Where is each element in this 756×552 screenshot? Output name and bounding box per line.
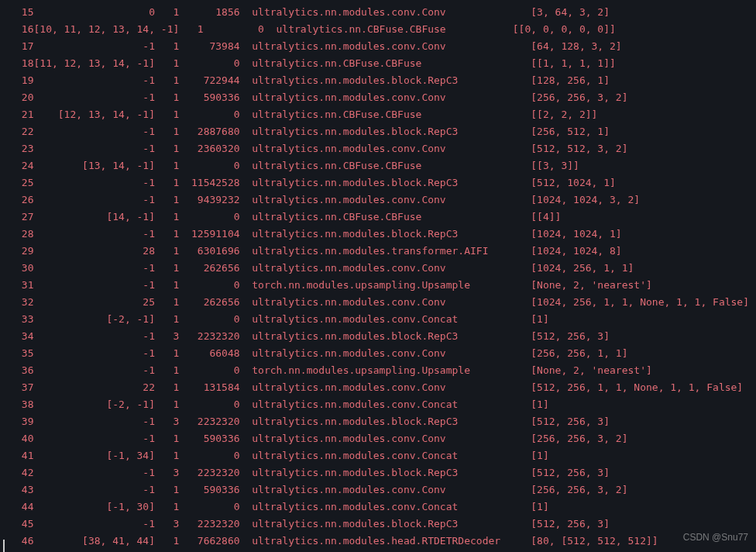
log-row: 23 -1 1 2360320 ultralytics.nn.modules.c… — [0, 140, 756, 157]
log-row: 39 -1 3 2232320 ultralytics.nn.modules.b… — [0, 413, 756, 430]
watermark: CSDN @Snu77 — [683, 529, 748, 546]
log-row: 20 -1 1 590336 ultralytics.nn.modules.co… — [0, 89, 756, 106]
log-row: 21 [12, 13, 14, -1] 1 0 ultralytics.nn.C… — [0, 106, 756, 123]
log-row: 26 -1 1 9439232 ultralytics.nn.modules.c… — [0, 191, 756, 209]
log-row: 43 -1 1 590336 ultralytics.nn.modules.co… — [0, 481, 756, 499]
log-row: 45 -1 3 2232320 ultralytics.nn.modules.b… — [0, 516, 756, 533]
log-row: 38 [-2, -1] 1 0 ultralytics.nn.modules.c… — [0, 396, 756, 413]
log-row: 27 [14, -1] 1 0 ultralytics.nn.CBFuse.CB… — [0, 209, 756, 226]
log-row: 30 -1 1 262656 ultralytics.nn.modules.co… — [0, 260, 756, 277]
log-row: 17 -1 1 73984 ultralytics.nn.modules.con… — [0, 38, 756, 55]
log-row: 29 28 1 6301696 ultralytics.nn.modules.t… — [0, 243, 756, 260]
log-row: 28 -1 1 12591104 ultralytics.nn.modules.… — [0, 226, 756, 243]
log-row: 31 -1 1 0 torch.nn.modules.upsampling.Up… — [0, 277, 756, 294]
log-row: 42 -1 3 2232320 ultralytics.nn.modules.b… — [0, 464, 756, 481]
log-row: 19 -1 1 722944 ultralytics.nn.modules.bl… — [0, 72, 756, 89]
terminal-output: 15 0 1 1856 ultralytics.nn.modules.conv.… — [0, 4, 756, 550]
log-row: 35 -1 1 66048 ultralytics.nn.modules.con… — [0, 345, 756, 362]
log-row: 37 22 1 131584 ultralytics.nn.modules.co… — [0, 379, 756, 396]
log-row: 46 [38, 41, 44] 1 7662860 ultralytics.nn… — [0, 533, 756, 550]
log-row: 34 -1 3 2232320 ultralytics.nn.modules.b… — [0, 328, 756, 345]
log-row: 22 -1 1 2887680 ultralytics.nn.modules.b… — [0, 123, 756, 140]
log-row: 33 [-2, -1] 1 0 ultralytics.nn.modules.c… — [0, 311, 756, 328]
log-row: 32 25 1 262656 ultralytics.nn.modules.co… — [0, 294, 756, 311]
cursor — [3, 540, 5, 552]
log-row: 16[10, 11, 12, 13, 14, -1] 1 0 ultralyti… — [0, 21, 756, 38]
log-row: 15 0 1 1856 ultralytics.nn.modules.conv.… — [0, 4, 756, 21]
log-row: 41 [-1, 34] 1 0 ultralytics.nn.modules.c… — [0, 447, 756, 464]
log-row: 18[11, 12, 13, 14, -1] 1 0 ultralytics.n… — [0, 55, 756, 72]
log-row: 24 [13, 14, -1] 1 0 ultralytics.nn.CBFus… — [0, 157, 756, 174]
log-row: 36 -1 1 0 torch.nn.modules.upsampling.Up… — [0, 362, 756, 379]
log-row: 44 [-1, 30] 1 0 ultralytics.nn.modules.c… — [0, 499, 756, 516]
log-row: 25 -1 1 11542528 ultralytics.nn.modules.… — [0, 174, 756, 191]
log-row: 40 -1 1 590336 ultralytics.nn.modules.co… — [0, 430, 756, 447]
